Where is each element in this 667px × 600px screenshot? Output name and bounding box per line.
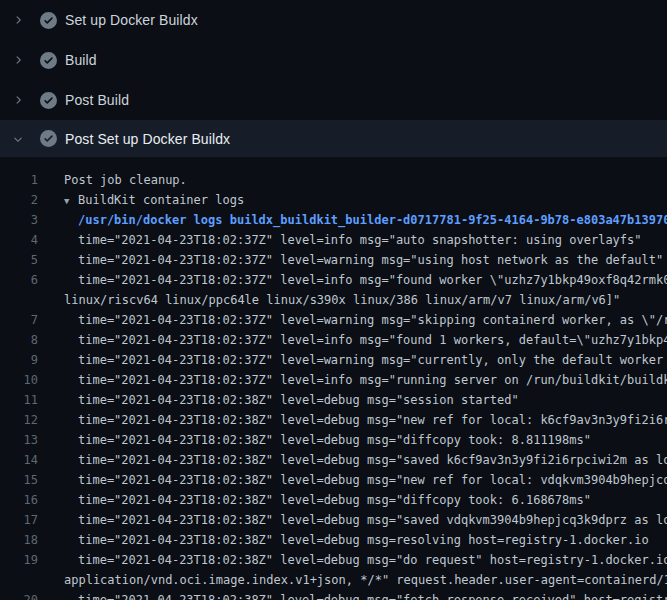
line-number-link[interactable]: 6 xyxy=(0,270,38,290)
check-circle-icon xyxy=(40,52,57,69)
log-line-content: ▼/usr/bin/docker logs buildx_buildkit_bu… xyxy=(38,210,667,230)
log-text: time="2021-04-23T18:02:37Z" level=warnin… xyxy=(78,313,667,327)
log-text: application/vnd.oci.image.index.v1+json,… xyxy=(64,573,667,587)
check-circle-icon xyxy=(40,92,57,109)
log-row: 12 ▼time="2021-04-23T18:02:38Z" level=de… xyxy=(0,410,667,430)
log-line-content: ▼time="2021-04-23T18:02:37Z" level=info … xyxy=(38,270,667,290)
log-line-content: ▼time="2021-04-23T18:02:38Z" level=debug… xyxy=(38,430,591,450)
log-text: time="2021-04-23T18:02:37Z" level=warnin… xyxy=(78,353,667,367)
log-text: Post job cleanup. xyxy=(64,173,187,187)
line-number-link[interactable]: 1 xyxy=(0,170,38,190)
log-area: 1 ▼Post job cleanup. 2 ▼BuildKit contain… xyxy=(0,157,667,600)
line-number-link[interactable]: 9 xyxy=(0,350,38,370)
line-number-link[interactable]: 5 xyxy=(0,250,38,270)
line-number-link[interactable]: 16 xyxy=(0,490,38,510)
log-row: 16 ▼time="2021-04-23T18:02:38Z" level=de… xyxy=(0,490,667,510)
step-list: Set up Docker Buildx Build Post Build Po… xyxy=(0,0,667,157)
log-line-content: ▼time="2021-04-23T18:02:38Z" level=debug… xyxy=(38,490,591,510)
log-row: 2 ▼BuildKit container logs xyxy=(0,190,667,210)
log-line-content: ▼time="2021-04-23T18:02:37Z" level=info … xyxy=(38,370,667,390)
log-row: 20 ▼time="2021-04-23T18:02:38Z" level=de… xyxy=(0,590,667,600)
line-number-link[interactable]: 3 xyxy=(0,210,38,230)
log-text: time="2021-04-23T18:02:38Z" level=debug … xyxy=(78,533,649,547)
log-line-content: ▼time="2021-04-23T18:02:38Z" level=debug… xyxy=(38,530,649,550)
log-row: 7 ▼time="2021-04-23T18:02:37Z" level=war… xyxy=(0,310,667,330)
line-number-link[interactable]: 14 xyxy=(0,450,38,470)
log-row: 1 ▼Post job cleanup. xyxy=(0,170,667,190)
step-label: Post Set up Docker Buildx xyxy=(65,131,230,147)
log-text: time="2021-04-23T18:02:38Z" level=debug … xyxy=(78,453,667,467)
log-text: time="2021-04-23T18:02:38Z" level=debug … xyxy=(78,413,667,427)
step-label: Set up Docker Buildx xyxy=(65,12,198,28)
log-line-content: ▼time="2021-04-23T18:02:37Z" level=info … xyxy=(38,330,667,350)
log-text: BuildKit container logs xyxy=(78,193,244,207)
log-line-content: ▼time="2021-04-23T18:02:38Z" level=debug… xyxy=(38,390,519,410)
check-circle-icon xyxy=(40,12,57,29)
log-text: time="2021-04-23T18:02:37Z" level=info m… xyxy=(78,233,642,247)
line-number-link[interactable]: 13 xyxy=(0,430,38,450)
line-number-link[interactable]: 18 xyxy=(0,530,38,550)
log-row: 14 ▼time="2021-04-23T18:02:38Z" level=de… xyxy=(0,450,667,470)
log-line-content: ▼time="2021-04-23T18:02:38Z" level=debug… xyxy=(38,510,667,530)
triangle-down-icon: ▼ xyxy=(64,191,78,211)
step-label: Post Build xyxy=(65,92,129,108)
chevron-right-icon xyxy=(12,54,24,66)
log-row: 11 ▼time="2021-04-23T18:02:38Z" level=de… xyxy=(0,390,667,410)
log-text: time="2021-04-23T18:02:37Z" level=info m… xyxy=(78,273,667,287)
log-text: time="2021-04-23T18:02:38Z" level=debug … xyxy=(78,593,667,600)
line-number-link[interactable] xyxy=(0,290,38,310)
log-line-content: ▼time="2021-04-23T18:02:37Z" level=warni… xyxy=(38,250,663,270)
log-text: time="2021-04-23T18:02:38Z" level=debug … xyxy=(78,493,591,507)
log-row: 4 ▼time="2021-04-23T18:02:37Z" level=inf… xyxy=(0,230,667,250)
line-number-link[interactable] xyxy=(0,570,38,590)
log-line-content: ▼linux/riscv64 linux/ppc64le linux/s390x… xyxy=(38,290,620,310)
step-header-build[interactable]: Build xyxy=(0,40,667,80)
step-header-post-set-up-docker-buildx[interactable]: Post Set up Docker Buildx xyxy=(0,120,667,157)
chevron-right-icon xyxy=(12,94,24,106)
step-header-set-up-docker-buildx[interactable]: Set up Docker Buildx xyxy=(0,0,667,40)
line-number-link[interactable]: 11 xyxy=(0,390,38,410)
log-row: 10 ▼time="2021-04-23T18:02:37Z" level=in… xyxy=(0,370,667,390)
log-line-content: ▼application/vnd.oci.image.index.v1+json… xyxy=(38,570,667,590)
chevron-down-icon xyxy=(12,133,24,145)
log-line-content: ▼time="2021-04-23T18:02:38Z" level=debug… xyxy=(38,410,667,430)
line-number-link[interactable]: 19 xyxy=(0,550,38,570)
log-line-content: ▼time="2021-04-23T18:02:37Z" level=warni… xyxy=(38,310,667,330)
log-group-toggle[interactable]: ▼BuildKit container logs xyxy=(38,190,244,210)
log-row: 18 ▼time="2021-04-23T18:02:38Z" level=de… xyxy=(0,530,667,550)
log-text: time="2021-04-23T18:02:38Z" level=debug … xyxy=(78,513,667,527)
line-number-link[interactable]: 12 xyxy=(0,410,38,430)
log-row: 9 ▼time="2021-04-23T18:02:37Z" level=war… xyxy=(0,350,667,370)
log-row: 3 ▼/usr/bin/docker logs buildx_buildkit_… xyxy=(0,210,667,230)
line-number-link[interactable]: 2 xyxy=(0,190,38,210)
log-text: linux/riscv64 linux/ppc64le linux/s390x … xyxy=(64,293,620,307)
log-row: ▼linux/riscv64 linux/ppc64le linux/s390x… xyxy=(0,290,667,310)
check-circle-icon xyxy=(40,130,57,147)
log-text: time="2021-04-23T18:02:38Z" level=debug … xyxy=(78,473,667,487)
line-number-link[interactable]: 15 xyxy=(0,470,38,490)
log-text: time="2021-04-23T18:02:37Z" level=warnin… xyxy=(78,253,663,267)
step-label: Build xyxy=(65,52,97,68)
log-row: 15 ▼time="2021-04-23T18:02:38Z" level=de… xyxy=(0,470,667,490)
line-number-link[interactable]: 17 xyxy=(0,510,38,530)
log-row: 5 ▼time="2021-04-23T18:02:37Z" level=war… xyxy=(0,250,667,270)
log-text: time="2021-04-23T18:02:38Z" level=debug … xyxy=(78,553,667,567)
log-text: time="2021-04-23T18:02:37Z" level=info m… xyxy=(78,333,667,347)
line-number-link[interactable]: 8 xyxy=(0,330,38,350)
log-text: time="2021-04-23T18:02:38Z" level=debug … xyxy=(78,433,591,447)
log-text: time="2021-04-23T18:02:38Z" level=debug … xyxy=(78,393,519,407)
log-line-content: ▼time="2021-04-23T18:02:38Z" level=debug… xyxy=(38,590,667,600)
log-row: 17 ▼time="2021-04-23T18:02:38Z" level=de… xyxy=(0,510,667,530)
log-text: /usr/bin/docker logs buildx_buildkit_bui… xyxy=(78,213,667,227)
chevron-right-icon xyxy=(12,14,24,26)
line-number-link[interactable]: 20 xyxy=(0,590,38,600)
log-line-content: ▼time="2021-04-23T18:02:38Z" level=debug… xyxy=(38,550,667,570)
log-row: 19 ▼time="2021-04-23T18:02:38Z" level=de… xyxy=(0,550,667,570)
log-text: time="2021-04-23T18:02:37Z" level=info m… xyxy=(78,373,667,387)
log-row: 8 ▼time="2021-04-23T18:02:37Z" level=inf… xyxy=(0,330,667,350)
line-number-link[interactable]: 10 xyxy=(0,370,38,390)
line-number-link[interactable]: 4 xyxy=(0,230,38,250)
line-number-link[interactable]: 7 xyxy=(0,310,38,330)
step-header-post-build[interactable]: Post Build xyxy=(0,80,667,120)
actions-log-viewer: { "theme": { "page_bg": "#0b0e14", "expa… xyxy=(0,0,667,600)
